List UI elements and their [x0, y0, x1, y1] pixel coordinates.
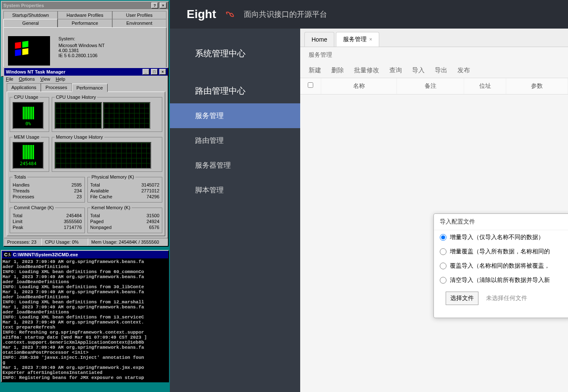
- tab-user-profiles[interactable]: User Profiles: [112, 11, 166, 19]
- eight-tabs: Home 服务管理×: [300, 29, 568, 47]
- choose-file-button[interactable]: 选择文件: [446, 292, 478, 305]
- mem-usage-value: 245484: [20, 161, 37, 166]
- taskmgr-window-controls: _ □ ×: [142, 69, 166, 75]
- mem-usage-group: MEM Usage 245484: [10, 134, 49, 172]
- phys-cache-label: File Cache: [90, 194, 113, 200]
- tab-performance[interactable]: Performance: [58, 19, 112, 27]
- tab-performance-tm[interactable]: Performance: [72, 84, 108, 92]
- radio-overwrite-import[interactable]: [440, 263, 446, 269]
- tab-environment[interactable]: Environment: [112, 19, 166, 27]
- kernel-label: Kernel Memory (K): [90, 205, 132, 210]
- toolbar-new[interactable]: 新建: [309, 66, 321, 74]
- mem-history-label: Memory Usage History: [55, 134, 104, 139]
- opt-incremental-import[interactable]: 增量导入（仅导入名称不同的数据）: [434, 230, 568, 245]
- maximize-button[interactable]: □: [151, 69, 158, 75]
- sidebar-item-server-mgmt[interactable]: 服务器管理: [170, 153, 300, 178]
- cmd-titlebar[interactable]: C:\C:\WINNT\System32\CMD.exe: [2, 251, 168, 258]
- grid-col-remark[interactable]: 备注: [397, 78, 464, 94]
- handles-label: Handles: [13, 182, 29, 188]
- grid-header: 名称 备注 位址 参数: [300, 78, 568, 95]
- toolbar-export[interactable]: 导出: [435, 66, 447, 74]
- radio-incremental-overwrite[interactable]: [440, 248, 446, 255]
- phys-cache-value: 74296: [146, 194, 159, 200]
- sidebar-item-service-mgmt[interactable]: 服务管理: [170, 103, 300, 128]
- system-label: System:: [58, 36, 105, 41]
- menu-help[interactable]: Help: [56, 76, 66, 82]
- opt-clear-import-label: 清空导入（清除以前所有数据并导入新: [450, 276, 550, 284]
- toolbar-delete[interactable]: 删除: [331, 66, 344, 74]
- select-all-checkbox[interactable]: [308, 82, 313, 88]
- totals-label: Totals: [13, 174, 27, 179]
- toolbar-import[interactable]: 导入: [412, 66, 425, 74]
- cpu-usage-value: 0%: [25, 121, 31, 126]
- menu-options[interactable]: Options: [19, 76, 35, 82]
- totals-group: Totals Handles2595 Threads234 Processes2…: [10, 174, 85, 203]
- eight-header: Eight 面向共识接口的开源平台: [170, 0, 568, 29]
- os-name: Microsoft Windows NT: [58, 43, 105, 48]
- toolbar-query[interactable]: 查询: [389, 66, 402, 74]
- mem-history-graph: [55, 142, 151, 169]
- physmem-label: Physical Memory (K): [90, 174, 135, 179]
- dialog-title: 导入配置文件: [434, 214, 568, 230]
- opt-overwrite-import-label: 覆盖导入（名称相同的数据将被覆盖，: [450, 262, 550, 270]
- commit-total-label: Total: [13, 213, 22, 218]
- os-version: 4.00.1381: [58, 48, 105, 53]
- ie-version: IE 5 6.0.2800.1106: [58, 53, 105, 58]
- svg-rect-3: [22, 48, 28, 55]
- processes-label: Processes: [13, 194, 34, 200]
- grid-checkbox-all[interactable]: [300, 78, 321, 94]
- taskmgr-title: Windows NT Task Manager: [6, 69, 66, 74]
- close-button[interactable]: ×: [159, 69, 166, 75]
- kernel-nonpaged-value: 6576: [149, 224, 159, 230]
- mem-history-group: Memory Usage History: [52, 134, 162, 172]
- cmd-window: C:\C:\WINNT\System32\CMD.exe Mar 1, 2023…: [1, 250, 169, 382]
- cpu-usage-meter: 0%: [13, 102, 44, 129]
- tab-applications[interactable]: Applications: [7, 83, 41, 92]
- task-manager-window: Windows NT Task Manager _ □ × File Optio…: [3, 67, 169, 247]
- infinity-icon: [225, 9, 235, 20]
- sidebar-item-script-mgmt[interactable]: 脚本管理: [170, 178, 300, 203]
- eight-tagline: 面向共识接口的开源平台: [244, 9, 327, 19]
- opt-clear-import[interactable]: 清空导入（清除以前所有数据并导入新: [434, 273, 568, 287]
- opt-incremental-overwrite[interactable]: 增量覆盖（导入所有数据，名称相同的: [434, 245, 568, 259]
- cpu-usage-group: CPU Usage 0%: [10, 95, 49, 132]
- help-button[interactable]: ?: [151, 3, 158, 8]
- tab-hardware-profiles[interactable]: Hardware Profiles: [58, 11, 112, 19]
- cmd-output[interactable]: Mar 1, 2023 7:09:49 AM org.springframewo…: [2, 258, 168, 381]
- svg-rect-2: [15, 49, 21, 56]
- opt-overwrite-import[interactable]: 覆盖导入（名称相同的数据将被覆盖，: [434, 259, 568, 273]
- phys-avail-label: Available: [90, 188, 109, 194]
- tab-close-icon[interactable]: ×: [369, 37, 372, 42]
- toolbar-publish[interactable]: 发布: [457, 66, 470, 74]
- toolbar-batch-edit[interactable]: 批量修改: [354, 66, 379, 74]
- commit-total-value: 245484: [66, 213, 82, 218]
- radio-clear-import[interactable]: [440, 277, 446, 284]
- menu-view[interactable]: View: [40, 76, 50, 82]
- threads-value: 234: [74, 188, 82, 194]
- taskmgr-statusbar: Processes: 23 CPU Usage: 0% Mem Usage: 2…: [4, 238, 168, 246]
- tab-processes[interactable]: Processes: [41, 83, 71, 92]
- kernel-total-label: Total: [90, 213, 100, 218]
- tab-service-mgmt[interactable]: 服务管理×: [336, 32, 379, 47]
- tab-startup-shutdown[interactable]: Startup/Shutdown: [3, 11, 58, 19]
- tab-home[interactable]: Home: [304, 32, 334, 47]
- grid-col-name[interactable]: 名称: [321, 78, 397, 94]
- grid-col-address[interactable]: 位址: [464, 78, 506, 94]
- sidebar-heading-system[interactable]: 系统管理中心: [170, 41, 300, 66]
- menu-file[interactable]: File: [6, 76, 13, 82]
- sysprops-titlebar[interactable]: System Properties ? ×: [2, 2, 168, 9]
- cpu-history-group: CPU Usage History: [52, 95, 162, 132]
- commit-peak-value: 1714776: [64, 224, 82, 230]
- tab-general[interactable]: General: [3, 19, 58, 27]
- close-button[interactable]: ×: [160, 3, 166, 8]
- minimize-button[interactable]: _: [143, 69, 149, 75]
- radio-incremental-import[interactable]: [440, 234, 446, 241]
- commit-peak-label: Peak: [13, 224, 23, 230]
- grid-col-params[interactable]: 参数: [506, 78, 568, 94]
- handles-value: 2595: [71, 182, 82, 188]
- taskmgr-titlebar[interactable]: Windows NT Task Manager _ □ ×: [4, 68, 168, 76]
- sidebar-item-route-mgmt[interactable]: 路由管理: [170, 128, 300, 153]
- kernel-paged-value: 24924: [146, 218, 159, 224]
- sidebar-heading-route[interactable]: 路由管理中心: [170, 79, 300, 103]
- phys-avail-value: 2771012: [141, 188, 159, 194]
